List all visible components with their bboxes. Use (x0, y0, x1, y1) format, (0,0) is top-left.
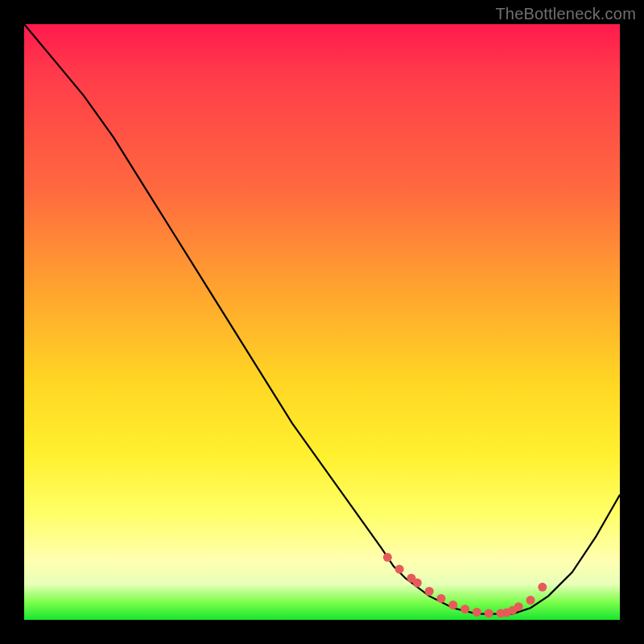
marker-dot (485, 609, 493, 617)
marker-dot (437, 594, 446, 603)
marker-dot (460, 605, 469, 613)
marker-dot (383, 553, 392, 562)
marker-dot (448, 601, 457, 609)
watermark-text: TheBottleneck.com (495, 5, 636, 23)
marker-dot (526, 596, 535, 605)
plot-area (24, 24, 620, 620)
marker-dot (413, 579, 422, 588)
marker-dot (473, 608, 481, 617)
chart-frame: TheBottleneck.com (0, 0, 644, 644)
bottleneck-curve (24, 24, 620, 614)
marker-dot (514, 602, 523, 611)
marker-dot (425, 587, 434, 596)
chart-svg (24, 24, 620, 620)
marker-dots (383, 553, 547, 618)
marker-dot (538, 583, 547, 592)
marker-dot (395, 565, 404, 574)
